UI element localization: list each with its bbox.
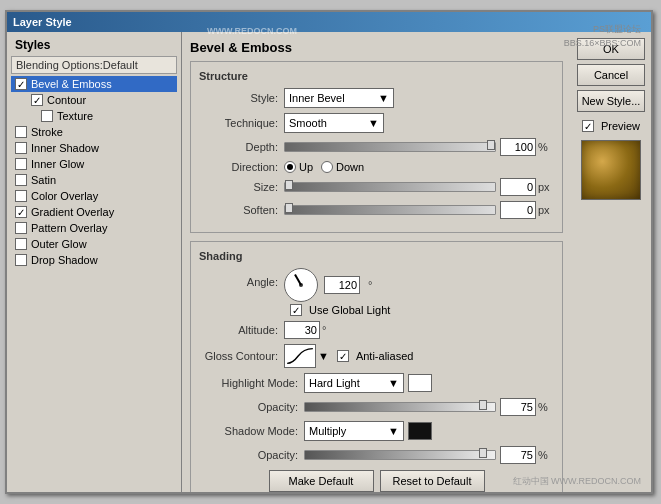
preview-checkbox-row: Preview — [582, 120, 640, 132]
depth-slider-container: % — [284, 138, 554, 156]
sidebar-item-contour[interactable]: Contour — [11, 92, 177, 108]
color-overlay-label: Color Overlay — [31, 190, 98, 202]
sidebar-item-satin[interactable]: Satin — [11, 172, 177, 188]
direction-up-radio[interactable] — [284, 161, 296, 173]
angle-input[interactable] — [324, 276, 360, 294]
inner-glow-checkbox[interactable] — [15, 158, 27, 170]
gradient-overlay-checkbox[interactable] — [15, 206, 27, 218]
shadow-color-swatch[interactable] — [408, 422, 432, 440]
bevel-emboss-checkbox[interactable] — [15, 78, 27, 90]
depth-input[interactable] — [500, 138, 536, 156]
sidebar-item-inner-shadow[interactable]: Inner Shadow — [11, 140, 177, 156]
texture-checkbox[interactable] — [41, 110, 53, 122]
highlight-opacity-track[interactable] — [304, 402, 496, 412]
highlight-color-swatch[interactable] — [408, 374, 432, 392]
direction-field-label: Direction: — [199, 161, 284, 173]
satin-label: Satin — [31, 174, 56, 186]
angle-field-label: Angle: — [199, 268, 284, 288]
soften-slider-container: px — [284, 201, 554, 219]
left-panel: Styles Blending Options:Default Bevel & … — [7, 32, 182, 492]
depth-slider-track[interactable] — [284, 142, 496, 152]
layer-style-dialog: Layer Style WWW.REDOCN.COM PS联盟论坛 BBS.16… — [5, 10, 653, 494]
contour-label: Contour — [47, 94, 86, 106]
shadow-opacity-track[interactable] — [304, 450, 496, 460]
dialog-body: Styles Blending Options:Default Bevel & … — [7, 32, 651, 492]
sidebar-item-texture[interactable]: Texture — [11, 108, 177, 124]
soften-row: Soften: px — [199, 201, 554, 219]
pattern-overlay-label: Pattern Overlay — [31, 222, 107, 234]
direction-up-item[interactable]: Up — [284, 161, 313, 173]
drop-shadow-label: Drop Shadow — [31, 254, 98, 266]
blending-options-label[interactable]: Blending Options:Default — [11, 56, 177, 74]
technique-dropdown[interactable]: Smooth ▼ — [284, 113, 384, 133]
style-dropdown[interactable]: Inner Bevel ▼ — [284, 88, 394, 108]
sidebar-item-outer-glow[interactable]: Outer Glow — [11, 236, 177, 252]
depth-unit: % — [538, 141, 554, 153]
satin-checkbox[interactable] — [15, 174, 27, 186]
highlight-opacity-row: Opacity: % — [199, 398, 554, 416]
sidebar-item-drop-shadow[interactable]: Drop Shadow — [11, 252, 177, 268]
highlight-mode-dropdown[interactable]: Hard Light ▼ — [304, 373, 404, 393]
shadow-mode-dropdown[interactable]: Multiply ▼ — [304, 421, 404, 441]
soften-field-label: Soften: — [199, 204, 284, 216]
dialog-title: Layer Style — [13, 16, 72, 28]
make-default-button[interactable]: Make Default — [269, 470, 374, 492]
pattern-overlay-checkbox[interactable] — [15, 222, 27, 234]
size-slider-thumb[interactable] — [285, 180, 293, 190]
styles-title: Styles — [11, 36, 177, 54]
inner-shadow-checkbox[interactable] — [15, 142, 27, 154]
gloss-contour-field-label: Gloss Contour: — [199, 350, 284, 362]
section-main-title: Bevel & Emboss — [190, 40, 563, 55]
use-global-light-label: Use Global Light — [309, 304, 390, 316]
direction-down-item[interactable]: Down — [321, 161, 364, 173]
soften-slider-thumb[interactable] — [285, 203, 293, 213]
direction-down-radio[interactable] — [321, 161, 333, 173]
direction-row: Direction: Up Down — [199, 161, 554, 173]
shadow-opacity-input[interactable] — [500, 446, 536, 464]
soften-slider-track[interactable] — [284, 205, 496, 215]
sidebar-item-pattern-overlay[interactable]: Pattern Overlay — [11, 220, 177, 236]
altitude-unit: ° — [322, 324, 338, 336]
direction-radio-group: Up Down — [284, 161, 364, 173]
contour-checkbox[interactable] — [31, 94, 43, 106]
sidebar-item-inner-glow[interactable]: Inner Glow — [11, 156, 177, 172]
sidebar-item-bevel-emboss[interactable]: Bevel & Emboss — [11, 76, 177, 92]
sidebar-item-gradient-overlay[interactable]: Gradient Overlay — [11, 204, 177, 220]
shadow-opacity-thumb[interactable] — [479, 448, 487, 458]
angle-wheel[interactable] — [284, 268, 318, 302]
shadow-mode-value: Multiply — [309, 425, 346, 437]
gloss-contour-preview[interactable] — [284, 344, 316, 368]
sidebar-item-color-overlay[interactable]: Color Overlay — [11, 188, 177, 204]
size-input[interactable] — [500, 178, 536, 196]
ok-button[interactable]: OK — [577, 38, 645, 60]
highlight-opacity-thumb[interactable] — [479, 400, 487, 410]
anti-aliased-checkbox[interactable] — [337, 350, 349, 362]
highlight-opacity-input[interactable] — [500, 398, 536, 416]
cancel-button[interactable]: Cancel — [577, 64, 645, 86]
altitude-input[interactable] — [284, 321, 320, 339]
new-style-button[interactable]: New Style... — [577, 90, 645, 112]
technique-field-label: Technique: — [199, 117, 284, 129]
soften-input[interactable] — [500, 201, 536, 219]
inner-glow-label: Inner Glow — [31, 158, 84, 170]
reset-to-default-button[interactable]: Reset to Default — [380, 470, 485, 492]
size-slider-track[interactable] — [284, 182, 496, 192]
highlight-opacity-slider-container: % — [304, 398, 554, 416]
use-global-light-checkbox[interactable] — [290, 304, 302, 316]
color-overlay-checkbox[interactable] — [15, 190, 27, 202]
depth-field-label: Depth: — [199, 141, 284, 153]
outer-glow-checkbox[interactable] — [15, 238, 27, 250]
preview-checkbox[interactable] — [582, 120, 594, 132]
shadow-mode-row: Shadow Mode: Multiply ▼ — [199, 421, 554, 441]
depth-slider-thumb[interactable] — [487, 140, 495, 150]
sidebar-item-stroke[interactable]: Stroke — [11, 124, 177, 140]
stroke-checkbox[interactable] — [15, 126, 27, 138]
anti-aliased-row: Anti-aliased — [337, 350, 413, 362]
style-dropdown-value: Inner Bevel — [289, 92, 345, 104]
bevel-emboss-label: Bevel & Emboss — [31, 78, 112, 90]
use-global-light-row: Use Global Light — [290, 304, 390, 316]
highlight-opacity-unit: % — [538, 401, 554, 413]
angle-indicator — [294, 274, 302, 285]
title-bar: Layer Style WWW.REDOCN.COM — [7, 12, 651, 32]
drop-shadow-checkbox[interactable] — [15, 254, 27, 266]
